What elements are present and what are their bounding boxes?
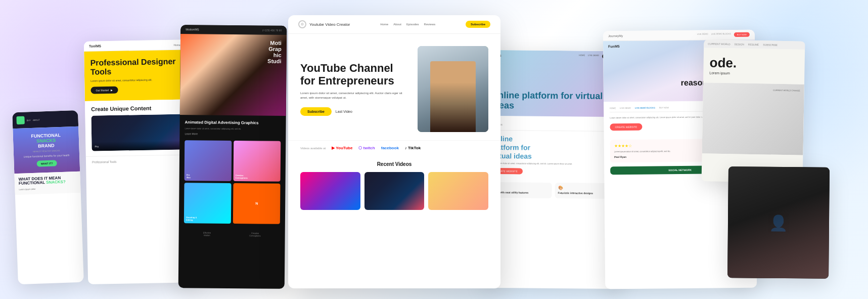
funm5-cn-live[interactable]: LIVE DEMO	[620, 107, 631, 109]
designer-get-started-btn[interactable]: Get Started ▶	[90, 87, 118, 94]
motion-grid-label-1: Proillus	[187, 174, 191, 179]
youtube-nav-about[interactable]: About	[393, 23, 401, 26]
snacks-cta-btn[interactable]: WANT IT?	[37, 160, 57, 166]
youtube-hero-title: YouTube Channel for Entrepreneurs	[300, 62, 407, 87]
platform-body-title: Onlineplatform forvirtual ideas	[490, 135, 617, 161]
youtube-recent-title: Recent Videos	[300, 161, 488, 167]
youtube-video-thumb-2[interactable]	[364, 172, 425, 210]
designer-create-title: Create Unique Content	[91, 105, 188, 113]
youtube-hero-desc: Lorem ipsum dolor sit amet, consectetur …	[300, 91, 407, 100]
snacks-header: BUY ABOUT	[12, 110, 78, 129]
motion-grid-label-2: CreativeConceptions	[236, 174, 248, 179]
motion-grid: Proillus CreativeConceptions Shooting &E…	[179, 140, 286, 229]
youtube-platforms: Videos available at ▶ YouTube ⬡ twitch f…	[288, 140, 500, 155]
snacks-desc: Unique functional benefits for your heal…	[18, 153, 75, 158]
snacks-nav-item[interactable]: BUY	[27, 119, 31, 121]
funm5-cn-home[interactable]: HOME	[610, 107, 616, 109]
youtube-video-thumb-3[interactable]	[428, 172, 488, 210]
youtube-platform-youtube[interactable]: ▶ YouTube	[332, 146, 352, 150]
code-header-4[interactable]: SUBSCRIBE	[763, 43, 778, 47]
platform-feature-1-text	[493, 195, 549, 195]
youtube-video-btn[interactable]: Last Video	[336, 110, 352, 113]
snacks-body-text: Lorem ipsum dolor	[19, 186, 76, 191]
youtube-header: ⊙ Youtube Video Creator Home About Episo…	[288, 15, 500, 34]
code-person-bg	[702, 82, 804, 155]
designer-footer-text: Professional Tools	[92, 159, 189, 164]
card-code: CURRENT WORLD DESIGN RESUME SUBSCRIBE od…	[702, 39, 805, 183]
youtube-logo-icon: ⊙	[298, 20, 306, 28]
youtube-header-subscribe-btn[interactable]: Subscribe	[466, 21, 490, 28]
youtube-hero-text: YouTube Channel for Entrepreneurs Lorem …	[300, 62, 407, 115]
platform-feature-1-icon: ⚡	[493, 185, 549, 190]
card-youtube: ⊙ Youtube Video Creator Home About Episo…	[288, 15, 500, 288]
motion-logo: MotionM5	[186, 28, 199, 31]
funm5-top-logo: JourneyMy	[608, 34, 623, 37]
designer-hero-text: Lorem ipsum dolor sit amet, consectetur …	[90, 78, 187, 83]
motion-grid-label-4: N	[255, 202, 258, 205]
designer-section2: Create Unique Content Pro	[85, 99, 195, 156]
designer-hero: Professional Designer Tools Lorem ipsum …	[84, 50, 194, 101]
youtube-platform-facebook[interactable]: facebook	[381, 146, 399, 150]
youtube-nav-episodes[interactable]: Episodes	[406, 23, 419, 26]
platform-header: FunM5 HOME LIVE DEMO BUY NOW	[486, 50, 623, 62]
platform-stats: — ESERVICES	[486, 116, 622, 132]
funm5-cn-buy[interactable]: BUY NOW	[659, 106, 669, 109]
motion-header: MotionM5 (+123) 456 78 90	[180, 25, 287, 35]
youtube-hero-image-person	[430, 61, 476, 132]
motion-grid-item-1: Proillus	[185, 140, 232, 181]
youtube-platform-tiktok[interactable]: ♪ TikTok	[405, 146, 421, 150]
motion-hero: MotiGraphicStudi	[180, 34, 287, 116]
youtube-subscribe-btn[interactable]: Subscribe	[300, 107, 332, 116]
code-header-2[interactable]: DESIGN	[735, 42, 744, 46]
youtube-logo-text: Youtube Video Creator	[309, 22, 350, 27]
motion-grid-label-3: Shooting &Editing	[186, 216, 197, 221]
code-side-text: CURRENT WORLD CHANGE	[773, 89, 800, 92]
designer-nav-home[interactable]: Home	[173, 43, 180, 46]
card-portrait: 👤	[727, 166, 830, 279]
motion-hero-title: MotiGraphicStudi	[267, 40, 282, 65]
designer-img-box: Pro	[91, 114, 188, 151]
code-tagline: Lorem ipsum	[709, 71, 798, 76]
youtube-hero: YouTube Channel for Entrepreneurs Lorem …	[288, 34, 500, 140]
funm5-nav-blocks[interactable]: LIVE DEMO BLOCKS	[711, 32, 731, 37]
funm5-top-bar: JourneyMy LIVE DEMO LIVE DEMO BLOCKS BUY…	[603, 30, 755, 41]
youtube-nav: Home About Episodes Reviews	[380, 23, 435, 26]
youtube-platform-twitch[interactable]: ⬡ twitch	[358, 146, 375, 150]
designer-img-label: Pro	[95, 144, 185, 148]
motion-footer: EffectiveMotion CreativeConceptions	[179, 228, 285, 240]
card-motion: MotionM5 (+123) 456 78 90 MotiGraphicStu…	[178, 25, 287, 289]
code-header-1[interactable]: CURRENT WORLD	[708, 42, 730, 46]
youtube-video-thumb-1[interactable]	[300, 172, 360, 210]
funm5-create-btn[interactable]: CREATE WEBSITE	[610, 123, 642, 131]
card-snacks: BUY ABOUT FUNCTIONAL SNACKS BRAND NEWEST…	[12, 110, 84, 284]
youtube-nav-home[interactable]: Home	[380, 23, 388, 26]
funm5-nav-live[interactable]: LIVE DEMO	[697, 33, 708, 37]
platform-nav-home[interactable]: HOME	[579, 54, 585, 58]
youtube-platforms-label: Videos available at	[300, 147, 326, 150]
motion-section1-title: Animated Digital Advertising Graphics	[185, 120, 281, 126]
snacks-nav-item[interactable]: ABOUT	[33, 118, 40, 121]
funm5-buy-now-btn[interactable]: BUY NOW	[734, 32, 750, 37]
code-header-3[interactable]: RESUME	[748, 43, 759, 46]
code-person-area: CURRENT WORLD CHANGE	[702, 82, 804, 155]
platform-hero-img: FunM5 HOME LIVE DEMO BUY NOW Online plat…	[486, 50, 623, 117]
youtube-hero-image	[418, 46, 488, 132]
motion-learn-more[interactable]: Learn More	[185, 132, 281, 136]
designer-footer: Professional Tools	[86, 155, 195, 168]
platform-nav-live[interactable]: LIVE DEMO	[588, 54, 599, 59]
snacks-logo-icon	[16, 116, 25, 125]
designer-logo: ToolM5	[89, 44, 101, 48]
snacks-hero: FUNCTIONAL SNACKS BRAND NEWEST HEALTHY S…	[13, 126, 80, 174]
portrait-image: 👤	[727, 166, 830, 279]
platform-hero-title: Online platform for virtual ideas	[491, 91, 622, 112]
code-title: ode.	[709, 56, 798, 70]
platform-feature-1-title: Built with neat utility features	[493, 191, 549, 194]
youtube-nav-reviews[interactable]: Reviews	[424, 23, 436, 26]
funm5-cn-blocks[interactable]: LIVE DEMO BLOCKS	[635, 106, 655, 109]
code-hero: ode. Lorem ipsum	[703, 48, 805, 84]
funm5-top-nav: LIVE DEMO LIVE DEMO BLOCKS BUY NOW	[697, 32, 750, 37]
youtube-recent: Recent Videos	[288, 155, 500, 216]
motion-footer-2: CreativeConceptions	[249, 232, 260, 237]
platform-features: ⚡ Built with neat utility features 🎨 Fut…	[485, 178, 621, 203]
youtube-logo-area: ⊙ Youtube Video Creator	[298, 20, 350, 28]
